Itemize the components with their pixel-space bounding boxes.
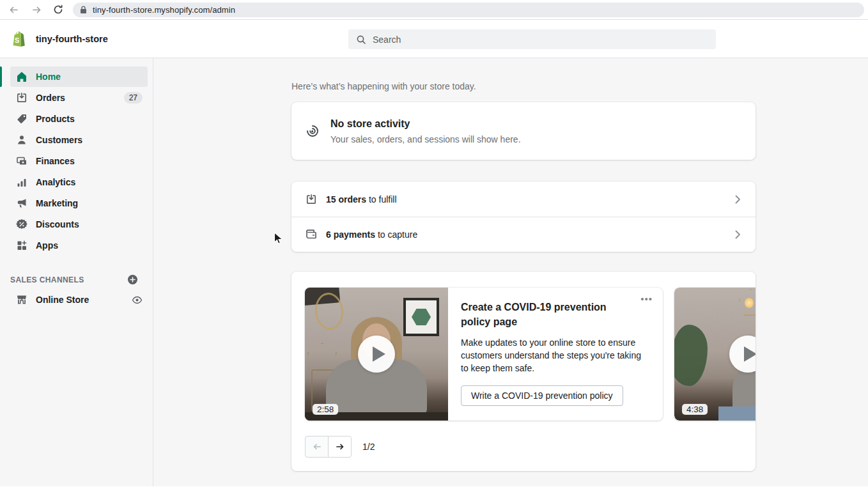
app-header: S tiny-fourth-store (0, 20, 868, 58)
activity-title: No store activity (330, 118, 521, 130)
sidebar-item-label: Home (36, 72, 61, 82)
shopify-logo[interactable]: S (10, 31, 25, 47)
sales-channels-label: SALES CHANNELS (10, 275, 84, 284)
search-input[interactable] (373, 35, 708, 45)
customers-icon (15, 134, 28, 146)
tasks-card: 15 orders to fulfill 6 payments to captu… (291, 182, 756, 252)
back-icon[interactable] (8, 4, 19, 15)
analytics-icon (15, 176, 28, 189)
video-duration-badge: 4:38 (682, 404, 708, 415)
carousel-pagination: 1/2 (305, 436, 375, 458)
video-thumbnail[interactable]: 4:38 (674, 288, 756, 421)
store-activity-card: No store activity Your sales, orders, an… (291, 102, 756, 160)
discounts-icon (15, 218, 28, 231)
payments-to-capture-row[interactable]: 6 payments to capture (291, 217, 756, 252)
sidebar-item-label: Apps (36, 240, 58, 251)
thumbnail-decor (718, 406, 756, 421)
write-covid-policy-button[interactable]: Write a COVID-19 prevention policy (461, 385, 623, 406)
play-icon[interactable] (358, 336, 395, 373)
orders-icon (305, 193, 318, 206)
products-icon (15, 112, 28, 125)
sidebar-item-analytics[interactable]: Analytics (10, 172, 148, 192)
sidebar-item-orders[interactable]: Orders 27 (10, 88, 148, 108)
browser-chrome: tiny-fourth-store.myshopify.com/admin (0, 0, 868, 20)
activity-subtitle: Your sales, orders, and sessions will sh… (330, 134, 521, 144)
video-thumbnail[interactable]: 2:58 (305, 288, 448, 421)
overflow-menu-icon[interactable]: ••• (640, 296, 653, 302)
sidebar-item-label: Discounts (36, 219, 79, 229)
video-card-next: 4:38 (674, 288, 756, 421)
home-icon (15, 70, 28, 83)
sidebar-item-marketing[interactable]: Marketing (10, 193, 148, 213)
sales-channels-header: SALES CHANNELS (10, 274, 143, 285)
sidebar-item-label: Marketing (36, 198, 78, 208)
sidebar-item-label: Finances (36, 156, 75, 166)
svg-text:S: S (15, 36, 19, 43)
sidebar-item-products[interactable]: Products (10, 109, 148, 129)
video-carousel-card: 2:58 ••• Create a COVID-19 prevention po… (291, 272, 756, 471)
sidebar-item-label: Customers (36, 135, 82, 145)
store-greeting: Here’s what’s happening with your store … (291, 80, 756, 93)
sidebar-item-discounts[interactable]: Discounts (10, 214, 148, 235)
online-store-icon (15, 293, 28, 306)
lock-icon (80, 6, 87, 14)
activity-spiral-icon (305, 123, 320, 139)
url-text: tiny-fourth-store.myshopify.com/admin (93, 5, 235, 15)
video-duration-badge: 2:58 (313, 404, 338, 415)
thumbnail-decor (307, 343, 337, 371)
video-card-title: Create a COVID-19 prevention policy page (461, 300, 622, 329)
orders-count-badge: 27 (124, 92, 143, 104)
video-card-covid-policy: 2:58 ••• Create a COVID-19 prevention po… (305, 288, 663, 421)
eye-icon[interactable] (132, 295, 143, 305)
apps-icon (15, 239, 28, 252)
video-card-content: ••• Create a COVID-19 prevention policy … (448, 288, 663, 421)
store-name: tiny-fourth-store (36, 34, 108, 44)
sidebar-item-label: Online Store (36, 295, 89, 305)
chevron-right-icon (734, 230, 742, 239)
page-indicator: 1/2 (362, 442, 375, 452)
sidebar-item-online-store[interactable]: Online Store (10, 290, 148, 310)
marketing-icon (15, 197, 28, 210)
play-icon[interactable] (729, 336, 756, 373)
sidebar-item-label: Orders (36, 93, 65, 103)
payments-icon (305, 228, 318, 241)
address-bar[interactable]: tiny-fourth-store.myshopify.com/admin (73, 3, 864, 17)
task-text: 15 orders to fulfill (326, 194, 397, 205)
orders-to-fulfill-row[interactable]: 15 orders to fulfill (291, 182, 756, 217)
video-card-description: Make updates to your online store to ens… (461, 336, 650, 375)
sidebar-item-label: Analytics (36, 177, 75, 187)
finances-icon (15, 155, 28, 167)
next-page-button[interactable] (328, 436, 352, 458)
forward-icon[interactable] (31, 4, 42, 15)
sidebar-item-home[interactable]: Home (10, 66, 148, 87)
sidebar-item-customers[interactable]: Customers (10, 130, 148, 150)
thumbnail-decor (674, 325, 708, 386)
shopify-admin-window: tiny-fourth-store.myshopify.com/admin S … (0, 0, 868, 487)
thumbnail-decor (403, 298, 439, 336)
chevron-right-icon (734, 195, 742, 204)
reload-icon[interactable] (53, 4, 63, 15)
add-sales-channel-button[interactable] (127, 274, 138, 285)
search-bar[interactable] (348, 29, 716, 49)
main-area: Here’s what’s happening with your store … (153, 58, 868, 486)
search-icon (356, 35, 366, 45)
sidebar-item-apps[interactable]: Apps (10, 235, 148, 256)
orders-icon (15, 91, 28, 104)
active-accent-bar (0, 66, 2, 87)
sidebar-item-label: Products (36, 114, 75, 124)
sidebar: Home Orders 27 Products Customers (0, 58, 153, 486)
sidebar-item-finances[interactable]: Finances (10, 151, 148, 171)
previous-page-button[interactable] (305, 436, 329, 458)
task-text: 6 payments to capture (326, 229, 417, 240)
